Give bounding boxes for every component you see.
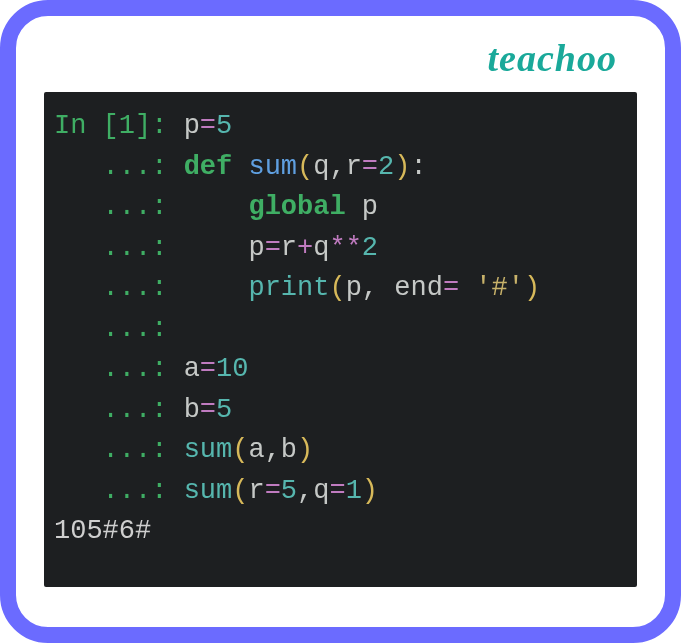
code-line-5: ...: print(p, end= '#') xyxy=(54,273,540,303)
brand-logo: teachoo xyxy=(44,36,637,80)
code-line-7: ...: a=10 xyxy=(54,354,248,384)
ipython-console: In [1]: p=5 ...: def sum(q,r=2): ...: gl… xyxy=(44,92,637,587)
code-line-3: ...: global p xyxy=(54,192,378,222)
code-line-8: ...: b=5 xyxy=(54,395,232,425)
code-line-10: ...: sum(r=5,q=1) xyxy=(54,476,378,506)
code-line-1: In [1]: p=5 xyxy=(54,111,232,141)
code-line-9: ...: sum(a,b) xyxy=(54,435,313,465)
code-line-2: ...: def sum(q,r=2): xyxy=(54,152,427,182)
cont-prompt: ...: xyxy=(54,152,184,182)
output-line: 105#6# xyxy=(54,516,151,546)
card-frame: teachoo In [1]: p=5 ...: def sum(q,r=2):… xyxy=(0,0,681,643)
in-prompt: In [1]: xyxy=(54,111,184,141)
code-line-4: ...: p=r+q**2 xyxy=(54,233,378,263)
code-line-blank: ...: xyxy=(54,314,184,344)
